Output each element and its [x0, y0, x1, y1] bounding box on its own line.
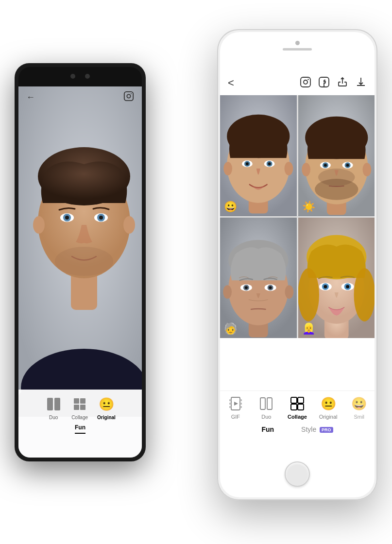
cell-bottom-right-emoji: 👱‍♀️: [302, 323, 315, 334]
svg-marker-83: [234, 402, 238, 406]
iphone-header-icons: [300, 76, 367, 90]
tab-style[interactable]: Style PRO: [297, 424, 337, 435]
front-toolbar-smile[interactable]: 😀 Smil: [346, 396, 372, 420]
android-camera-dot-2: [85, 74, 90, 79]
share-icon[interactable]: [337, 76, 348, 90]
front-tab-row: Fun Style PRO: [220, 420, 375, 435]
svg-point-1: [127, 94, 130, 98]
android-screen: ←: [18, 86, 142, 458]
front-toolbar-original[interactable]: 😐 Original: [316, 396, 341, 420]
scene: ←: [0, 0, 392, 544]
style-tab-label: Style: [301, 425, 316, 433]
android-tabs: Fun: [18, 420, 142, 434]
android-back-icon[interactable]: ←: [26, 92, 35, 102]
android-header: ←: [18, 86, 142, 108]
back-tab-fun[interactable]: Fun: [75, 424, 85, 434]
svg-rect-88: [291, 404, 297, 410]
svg-rect-81: [240, 403, 242, 405]
android-toolbar-original[interactable]: 😐 Original: [97, 395, 116, 420]
collage-cell-top-left: 😀: [220, 95, 297, 216]
front-toolbar-duo[interactable]: Duo: [254, 396, 279, 420]
duo-icon: [47, 398, 60, 410]
duo-label-front: Duo: [261, 414, 271, 420]
collage-cell-1: [74, 398, 79, 404]
front-collage-icon: [290, 396, 305, 411]
svg-rect-89: [298, 404, 304, 410]
collage-icon: [74, 398, 85, 410]
svg-point-17: [123, 216, 135, 234]
svg-point-33: [223, 162, 232, 175]
svg-rect-77: [229, 399, 231, 401]
cell-top-left-emoji: 😀: [224, 202, 237, 212]
home-button[interactable]: [285, 461, 310, 487]
svg-point-44: [324, 164, 326, 167]
duo-label: Duo: [49, 415, 58, 420]
android-face-photo: [18, 86, 142, 417]
duo-panel-2: [54, 398, 60, 410]
svg-point-15: [55, 247, 113, 276]
svg-point-34: [284, 162, 293, 175]
android-inner: ←: [18, 67, 142, 458]
original-emoji-container: 😐: [98, 395, 115, 413]
svg-point-11: [65, 216, 69, 220]
svg-point-57: [245, 286, 248, 289]
iphone-screen: <: [220, 71, 375, 444]
svg-rect-85: [267, 398, 272, 409]
svg-point-47: [346, 164, 349, 167]
facebook-icon[interactable]: [318, 76, 330, 90]
svg-point-61: [223, 285, 232, 299]
svg-point-19: [304, 80, 307, 84]
collage-cell-bottom-left: 🧓: [220, 218, 297, 339]
download-icon[interactable]: [355, 76, 367, 90]
front-toolbar-items: GIF Duo: [220, 391, 375, 420]
svg-rect-82: [240, 406, 242, 408]
android-toolbar: Duo Col: [18, 390, 142, 458]
android-toolbar-duo[interactable]: Duo: [45, 395, 62, 420]
svg-point-72: [324, 285, 327, 288]
android-camera: [70, 74, 90, 79]
original-label-front: Original: [319, 414, 338, 420]
iphone-speaker: [283, 48, 312, 51]
instagram-icon[interactable]: [300, 76, 311, 90]
svg-rect-78: [229, 403, 231, 405]
front-toolbar-collage[interactable]: Collage: [285, 396, 310, 420]
tab-fun[interactable]: Fun: [257, 424, 278, 435]
smile-label-front: Smil: [354, 414, 364, 420]
svg-rect-79: [229, 406, 231, 408]
collage-cell-4: [80, 405, 85, 410]
collage-cell-3: [74, 405, 79, 410]
gif-label: GIF: [231, 414, 240, 420]
svg-point-14: [99, 216, 103, 220]
original-label: Original: [97, 415, 116, 420]
android-toolbar-items: Duo Col: [18, 390, 142, 420]
iphone: <: [217, 29, 377, 500]
svg-point-48: [302, 163, 310, 176]
svg-point-2: [131, 93, 132, 94]
android-instagram-icon[interactable]: [123, 91, 134, 104]
android-toolbar-collage[interactable]: Collage: [71, 395, 88, 420]
collage-icon-container: [71, 395, 88, 413]
iphone-back-button[interactable]: <: [228, 77, 234, 89]
svg-point-68: [298, 268, 319, 321]
svg-rect-0: [124, 91, 133, 100]
iphone-top: [220, 32, 375, 76]
original-emoji: 😐: [99, 397, 114, 412]
smile-emoji-front: 😀: [351, 396, 367, 411]
original-emoji-front: 😐: [321, 396, 336, 411]
svg-point-60: [269, 286, 272, 289]
android-camera-dot-1: [70, 74, 75, 79]
collage-grid: 😀: [220, 95, 375, 338]
collage-cell-bottom-right: 👱‍♀️: [298, 218, 375, 339]
svg-rect-86: [291, 397, 297, 403]
iphone-border: <: [220, 32, 375, 497]
cell-bottom-left-emoji: 🧓: [224, 323, 237, 334]
duo-icon-container: [45, 395, 62, 413]
collage-cell-2: [80, 398, 85, 404]
pro-badge: PRO: [320, 427, 333, 433]
front-toolbar-gif[interactable]: GIF: [223, 396, 248, 420]
svg-point-20: [307, 79, 308, 80]
front-toolbar: GIF Duo: [220, 391, 375, 444]
svg-point-62: [285, 285, 293, 299]
svg-rect-80: [240, 399, 242, 401]
svg-rect-87: [298, 397, 304, 403]
